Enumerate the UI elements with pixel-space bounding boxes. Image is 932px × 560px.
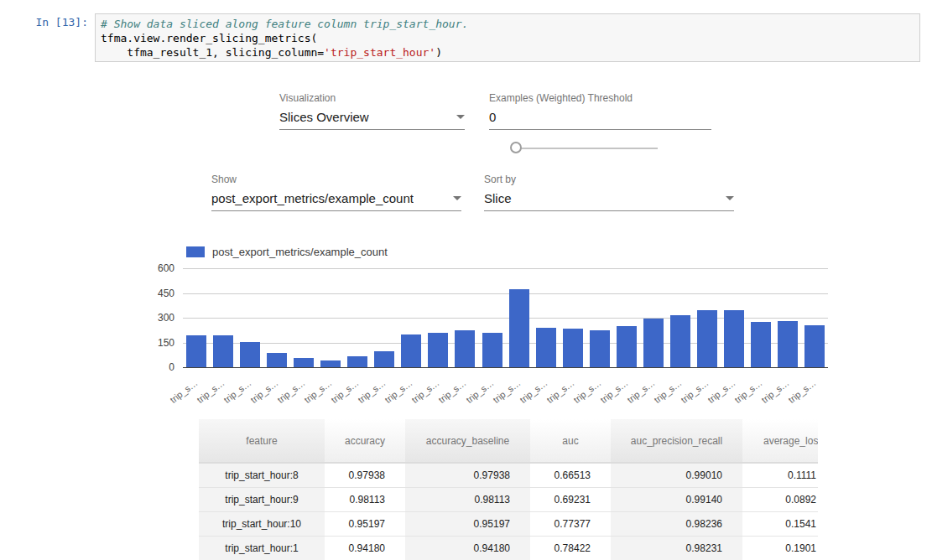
sort-value: Slice <box>484 191 512 205</box>
metric-cell: 0.1901 <box>742 536 818 560</box>
table-row[interactable]: trip_start_hour:100.951970.951970.773770… <box>199 511 818 536</box>
metric-cell: 0.1111 <box>742 463 818 487</box>
metric-cell: 0.1541 <box>742 511 818 536</box>
metric-cell: 0.78422 <box>530 536 611 560</box>
dropdown-arrow-icon[interactable] <box>726 196 734 200</box>
column-header[interactable]: feature <box>199 419 325 463</box>
bar[interactable] <box>643 319 664 367</box>
metric-cell: 0.69231 <box>530 487 611 511</box>
input-prompt: In [13]: <box>0 16 88 29</box>
y-tick-label: 300 <box>148 312 174 324</box>
y-tick-label: 450 <box>148 288 174 299</box>
metric-cell: 0.99010 <box>611 463 742 487</box>
bar[interactable] <box>751 322 771 367</box>
column-header[interactable]: auc <box>530 419 611 463</box>
metric-cell: 0.98113 <box>325 487 405 511</box>
feature-cell: trip_start_hour:9 <box>199 487 325 511</box>
bar[interactable] <box>617 326 637 367</box>
gridline <box>183 293 828 294</box>
metric-cell: 0.98231 <box>611 536 742 560</box>
bar[interactable] <box>186 335 206 367</box>
threshold-slider[interactable] <box>510 142 661 155</box>
metric-cell: 0.94180 <box>325 536 405 560</box>
x-axis-line <box>183 367 828 368</box>
bar[interactable] <box>724 310 744 367</box>
bar[interactable] <box>401 334 421 367</box>
table-header-row: featureaccuracyaccuracy_baselineaucauc_p… <box>199 419 818 463</box>
bar[interactable] <box>778 321 798 367</box>
feature-cell: trip_start_hour:1 <box>199 536 325 560</box>
show-value: post_export_metrics/example_count <box>211 191 414 205</box>
bar[interactable] <box>804 325 825 367</box>
legend-swatch-icon <box>186 246 205 257</box>
bar[interactable] <box>240 342 260 367</box>
feature-cell: trip_start_hour:8 <box>199 463 325 487</box>
bar[interactable] <box>455 330 475 367</box>
metric-cell: 0.97938 <box>325 463 405 487</box>
show-select[interactable]: Show post_export_metrics/example_count <box>211 174 461 211</box>
slider-track[interactable] <box>517 148 658 149</box>
bar[interactable] <box>213 335 233 367</box>
metric-cell: 0.99140 <box>611 487 742 511</box>
bar[interactable] <box>509 289 529 367</box>
threshold-field[interactable]: Examples (Weighted) Threshold <box>489 92 711 130</box>
y-tick-label: 600 <box>148 262 174 274</box>
metric-cell: 0.98113 <box>405 487 530 511</box>
feature-cell: trip_start_hour:10 <box>199 511 325 536</box>
chart-x-axis: trip_s…trip_s…trip_s…trip_s…trip_s…trip_… <box>183 370 846 400</box>
visualization-label: Visualization <box>279 92 465 104</box>
code-line3-pre: tfma_result_1, slicing_column= <box>101 46 324 59</box>
metric-cell: 0.66513 <box>530 463 611 487</box>
dropdown-arrow-icon[interactable] <box>456 115 465 119</box>
metrics-table: featureaccuracyaccuracy_baselineaucauc_p… <box>199 419 818 560</box>
code-line2: tfma.view.render_slicing_metrics( <box>101 32 317 44</box>
legend-label: post_export_metrics/example_count <box>212 246 388 258</box>
show-label: Show <box>211 174 461 185</box>
bar[interactable] <box>697 310 717 367</box>
column-header[interactable]: accuracy_baseline <box>405 419 530 463</box>
chart-y-axis: 6004503001500 <box>148 268 174 369</box>
metric-cell: 0.0892 <box>742 487 818 511</box>
metric-cell: 0.95197 <box>325 511 405 536</box>
metric-cell: 0.97938 <box>405 463 530 487</box>
bar-chart <box>183 268 828 367</box>
column-header[interactable]: accuracy <box>325 419 405 463</box>
bar[interactable] <box>590 330 610 367</box>
y-tick-label: 0 <box>148 361 174 373</box>
notebook-page: In [13]: # Show data sliced along featur… <box>0 0 932 560</box>
dropdown-arrow-icon[interactable] <box>453 196 461 200</box>
bar[interactable] <box>347 356 367 367</box>
code-line3-post: ) <box>435 46 442 59</box>
bar[interactable] <box>267 353 287 367</box>
bar[interactable] <box>536 328 556 367</box>
slider-handle[interactable] <box>510 142 522 153</box>
sort-select[interactable]: Sort by Slice <box>484 174 734 211</box>
visualization-value: Slices Overview <box>279 110 369 124</box>
bar[interactable] <box>294 358 314 367</box>
table-row[interactable]: trip_start_hour:90.981130.981130.692310.… <box>199 487 818 511</box>
threshold-label: Examples (Weighted) Threshold <box>489 92 711 104</box>
code-cell[interactable]: # Show data sliced along feature column … <box>95 13 920 62</box>
code-comment: # Show data sliced along feature column … <box>101 18 468 30</box>
column-header[interactable]: auc_precision_recall <box>611 419 742 463</box>
bar[interactable] <box>670 315 690 367</box>
visualization-select[interactable]: Visualization Slices Overview <box>279 92 465 130</box>
bar[interactable] <box>428 333 448 367</box>
bar[interactable] <box>320 360 341 367</box>
metric-cell: 0.98236 <box>611 511 742 536</box>
metric-cell: 0.94180 <box>405 536 530 560</box>
bar[interactable] <box>563 329 583 367</box>
threshold-input[interactable] <box>489 110 711 124</box>
metric-cell: 0.95197 <box>405 511 530 536</box>
chart-legend: post_export_metrics/example_count <box>186 246 388 258</box>
bar[interactable] <box>374 351 394 367</box>
gridline <box>183 268 828 269</box>
column-header[interactable]: average_los <box>742 419 818 463</box>
table-row[interactable]: trip_start_hour:10.941800.941800.784220.… <box>199 536 818 560</box>
bar[interactable] <box>482 333 502 367</box>
code-line3-string: 'trip_start_hour' <box>324 46 435 59</box>
table-row[interactable]: trip_start_hour:80.979380.979380.665130.… <box>199 463 818 487</box>
metric-cell: 0.77377 <box>530 511 611 536</box>
y-tick-label: 150 <box>148 337 174 349</box>
sort-label: Sort by <box>484 174 734 185</box>
